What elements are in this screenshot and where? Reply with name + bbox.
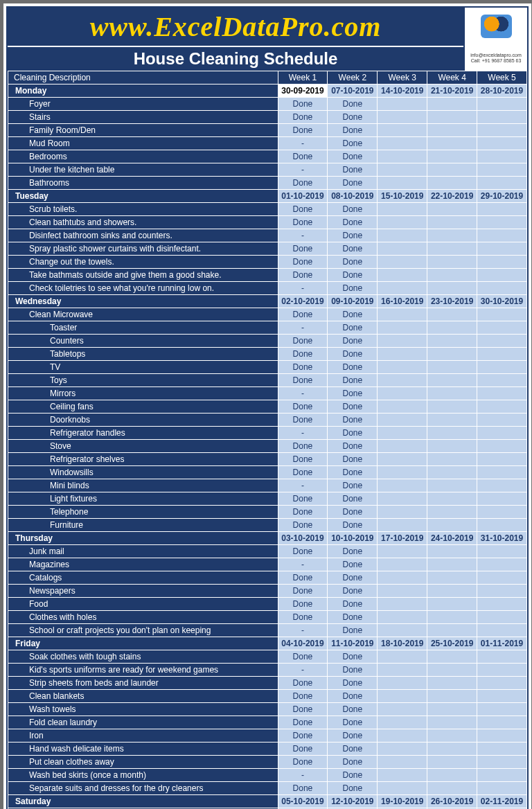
status-cell: Done — [328, 558, 378, 571]
status-cell: Done — [328, 571, 378, 585]
status-cell — [378, 453, 427, 466]
status-cell — [378, 203, 427, 216]
status-cell: Done — [328, 743, 378, 756]
status-cell: Done — [278, 756, 328, 769]
status-cell — [378, 466, 427, 479]
status-cell — [378, 440, 427, 453]
status-cell — [477, 545, 527, 558]
status-cell: Done — [328, 256, 378, 269]
status-cell — [427, 98, 477, 111]
task-row: Wash towelsDoneDone — [8, 703, 527, 716]
status-cell — [427, 387, 477, 400]
status-cell: Done — [328, 387, 378, 400]
status-cell — [427, 124, 477, 137]
status-cell — [477, 321, 527, 335]
col-week2: Week 2 — [328, 71, 378, 85]
col-week3: Week 3 — [378, 71, 427, 85]
status-cell — [427, 427, 477, 440]
date-cell: 01-10-2019 — [278, 190, 328, 203]
status-cell: Done — [278, 361, 328, 374]
day-row: Tuesday01-10-201908-10-201915-10-201922-… — [8, 190, 527, 203]
task-name: Wash bed skirts (once a month) — [8, 769, 278, 782]
brand-url: www.ExcelDataPro.com — [8, 8, 463, 46]
status-cell — [477, 690, 527, 703]
status-cell — [378, 519, 427, 532]
status-cell — [378, 690, 427, 703]
task-name: Mud Room — [8, 137, 278, 150]
date-cell: 26-10-2019 — [427, 795, 477, 808]
status-cell — [378, 479, 427, 492]
task-name: Ceiling fans — [8, 400, 278, 414]
status-cell: Done — [278, 585, 328, 598]
status-cell: Done — [328, 216, 378, 229]
status-cell: Done — [278, 506, 328, 519]
task-row: WindowsillsDoneDone — [8, 466, 527, 479]
status-cell: Done — [328, 111, 378, 124]
status-cell: Done — [328, 729, 378, 743]
col-description: Cleaning Description — [8, 71, 278, 85]
status-cell — [427, 361, 477, 374]
contact-info: info@exceldatapro.com Call: +91 9687 858… — [463, 46, 527, 71]
status-cell — [427, 492, 477, 506]
task-name: Stove — [8, 440, 278, 453]
status-cell: - — [278, 282, 328, 295]
task-row: Take bathmats outside and give them a go… — [8, 269, 527, 282]
title-row: House Cleaning Schedule info@exceldatapr… — [8, 46, 527, 71]
status-cell: Done — [328, 321, 378, 335]
task-name: Take bathmats outside and give them a go… — [8, 269, 278, 282]
status-cell — [378, 229, 427, 242]
day-name: Saturday — [8, 795, 278, 808]
task-row: DoorknobsDoneDone — [8, 414, 527, 427]
status-cell: Done — [328, 427, 378, 440]
status-cell — [477, 269, 527, 282]
status-cell: Done — [278, 492, 328, 506]
day-row: Wednesday02-10-201909-10-201916-10-20192… — [8, 295, 527, 308]
status-cell — [378, 585, 427, 598]
status-cell: Done — [278, 545, 328, 558]
status-cell — [477, 177, 527, 190]
status-cell: Done — [328, 163, 378, 177]
task-row: StairsDoneDone — [8, 111, 527, 124]
task-name: Fold clean laundry — [8, 716, 278, 729]
page-title: House Cleaning Schedule — [8, 46, 463, 71]
date-cell: 16-10-2019 — [378, 295, 427, 308]
status-cell: Done — [328, 229, 378, 242]
task-row: TelephoneDoneDone — [8, 506, 527, 519]
status-cell — [378, 769, 427, 782]
status-cell — [378, 256, 427, 269]
status-cell: Done — [328, 690, 378, 703]
task-row: Disinfect bathroom sinks and counters.-D… — [8, 229, 527, 242]
status-cell — [378, 335, 427, 348]
status-cell: - — [278, 479, 328, 492]
status-cell — [427, 519, 477, 532]
task-row: Scrub toilets.DoneDone — [8, 203, 527, 216]
date-cell: 14-10-2019 — [378, 85, 427, 98]
status-cell — [427, 598, 477, 611]
task-name: Spray plastic shower curtains with disin… — [8, 242, 278, 256]
task-row: BathroomsDoneDone — [8, 177, 527, 190]
status-cell — [477, 203, 527, 216]
date-cell: 12-10-2019 — [328, 795, 378, 808]
status-cell — [427, 611, 477, 624]
status-cell: Done — [328, 650, 378, 664]
status-cell — [477, 664, 527, 677]
status-cell: Done — [278, 598, 328, 611]
status-cell: Done — [278, 111, 328, 124]
status-cell: Done — [278, 716, 328, 729]
task-name: Bedrooms — [8, 150, 278, 163]
header-row: Cleaning Description Week 1 Week 2 Week … — [8, 71, 527, 85]
status-cell: Done — [328, 492, 378, 506]
status-cell — [477, 677, 527, 690]
task-row: Separate suits and dresses for the dry c… — [8, 782, 527, 795]
task-row: Light fixturesDoneDone — [8, 492, 527, 506]
status-cell — [378, 387, 427, 400]
status-cell: Done — [328, 150, 378, 163]
status-cell — [378, 677, 427, 690]
status-cell — [427, 506, 477, 519]
date-cell: 07-10-2019 — [328, 85, 378, 98]
status-cell: - — [278, 229, 328, 242]
status-cell — [378, 664, 427, 677]
date-cell: 19-10-2019 — [378, 795, 427, 808]
contact-email: info@exceldatapro.com — [465, 53, 527, 58]
date-cell: 29-10-2019 — [477, 190, 527, 203]
